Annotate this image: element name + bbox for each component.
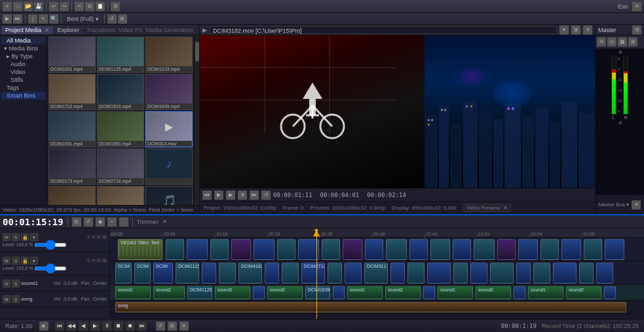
render2-icon[interactable]: ⏭ [13,14,22,24]
clip-v2-3[interactable]: DCIM [153,263,173,284]
play-program-icon[interactable]: ▶ [226,191,235,200]
tree-all-media[interactable]: All Media [1,37,45,45]
clip-v2-2[interactable]: DCIM [134,263,151,284]
preview-close-icon[interactable]: ✕ [583,26,592,35]
media-item-9[interactable]: DCIM2173.mp4 [48,149,96,185]
clip-a1-sound2[interactable]: sound2 [153,286,185,299]
tl-zoom-in-icon[interactable]: + [107,217,117,227]
clip-v2-9[interactable] [282,263,299,284]
next-frame-icon[interactable]: ⏭ [250,191,259,200]
close-preview-icon[interactable]: ✕ [503,205,508,211]
clip-v2-12[interactable] [345,263,362,284]
clip-v2-18[interactable] [470,263,487,284]
clip-v1-9[interactable] [343,239,362,260]
play-source-icon[interactable]: ▶ [214,191,223,200]
track-lock-btn-v1[interactable]: 🔒 [21,233,29,241]
clip-v1-2[interactable] [187,239,208,260]
clip-a1-sound1b[interactable]: sound1 [215,286,250,299]
clip-v1-11[interactable] [386,239,407,260]
clip-a1-5[interactable] [423,286,435,299]
clip-a1-7[interactable] [604,286,616,299]
prev-frame-icon[interactable]: ⏮ [202,191,212,200]
media-item-12[interactable]: DCIM29137.mov [48,186,96,205]
track-mute-btn-a2[interactable]: M [3,295,10,303]
video-fx-tab[interactable]: Video FX [119,27,143,33]
media-item-7[interactable]: DCIM1953.mp4 [97,111,144,147]
clip-a1-dcim1839[interactable]: DCIM1839 [305,286,330,299]
clip-a1-dcim1125[interactable]: DCIM1125 [187,286,212,299]
track-mute-btn-v1[interactable]: M [3,233,10,241]
media-item-5[interactable]: DCIM1839.mp4 [145,74,193,110]
pause-icon[interactable]: ⏸ [238,191,247,200]
track-fader-v2[interactable] [34,267,67,270]
media-item-4[interactable]: DCIM1923.mp4 [97,74,144,110]
clip-v2-10[interactable]: DCIM2712 [301,263,325,284]
scope-expand-icon[interactable]: ⊞ [628,37,637,46]
clip-v2-20[interactable] [516,263,531,284]
track-lock-btn-v2[interactable]: 🔒 [21,257,29,265]
clip-v2-5[interactable] [202,263,216,284]
status-prev-btn[interactable]: ⏮ [55,322,64,331]
clip-a1-sound1e[interactable]: sound1 [528,286,563,299]
snap-icon[interactable]: ⊞ [118,14,127,24]
clip-v2-22[interactable] [553,263,577,284]
status-icon[interactable]: ■ [39,322,48,331]
tree-smart-bins[interactable]: Smart Bins [1,92,45,100]
status-play-btn[interactable]: ▶ [90,322,100,331]
clip-v1-17[interactable] [518,239,538,260]
clip-v2-15[interactable] [407,263,425,284]
media-generators-tab[interactable]: Media Generators [146,27,193,33]
new-icon[interactable]: □ [13,2,22,11]
clip-v1-3[interactable] [210,239,229,260]
tree-by-type[interactable]: ▸ By Type [1,52,45,60]
loop-preview-icon[interactable]: ↺ [261,191,271,200]
clip-v1-12[interactable] [409,239,428,260]
clip-v1-7[interactable] [298,239,319,260]
split-icon[interactable]: | [28,14,37,24]
tree-stills[interactable]: Stills [1,76,45,84]
clip-v2-24[interactable] [596,263,613,284]
transitions-tab[interactable]: Transitions [86,27,115,33]
clip-v1-15[interactable] [474,239,495,260]
status-rewind-btn[interactable]: ◀◀ [67,322,76,331]
clip-v1-6[interactable] [277,239,295,260]
tl-marker-icon[interactable]: ◆ [96,217,105,227]
waveform-icon[interactable]: ≋ [597,37,606,46]
track-fader-v1[interactable] [34,243,67,247]
clip-v1-16[interactable] [497,239,516,260]
clip-a1-sound2b[interactable]: sound2 [267,286,303,299]
track-solo-btn-v1[interactable]: S [12,233,20,241]
clip-a1-sound1c[interactable]: sound1 [347,286,383,299]
cut-icon[interactable]: ✂ [75,2,84,11]
video-preview-label[interactable]: Video Preview ✕ [463,204,511,212]
clip-v2-11[interactable] [328,263,342,284]
status-rec-btn[interactable]: ⏺ [126,322,135,331]
media-item-13[interactable]: DCIM3182.mov [97,186,144,205]
select-icon[interactable]: ↖ [39,14,48,24]
tl-trimmer-close[interactable]: ✕ [162,219,167,225]
clip-v1-13[interactable] [430,239,450,260]
tl-zoom-out-icon[interactable]: - [119,217,128,227]
undo-icon[interactable]: ↩ [49,2,58,11]
redo-icon[interactable]: ↪ [60,2,69,11]
clip-v1-1[interactable] [166,239,184,260]
zoom-icon[interactable]: 🔍 [49,14,58,24]
clip-a1-sound2e[interactable]: sound2 [566,286,601,299]
render-icon[interactable]: ▶ [3,14,12,24]
clip-v1-14[interactable] [453,239,471,260]
clip-a1-6[interactable] [514,286,525,299]
status-stop-btn[interactable]: ⏹ [114,322,123,331]
clip-v2-14[interactable] [390,263,405,284]
menu-icon[interactable]: ≡ [3,2,12,11]
clip-v1-4[interactable] [231,239,251,260]
media-item-2[interactable]: DCIM1233.mp4 [145,37,193,73]
save-icon[interactable]: 💾 [34,2,43,11]
clip-v1-10[interactable] [365,239,383,260]
media-item-0[interactable]: DCIM1001.mp4 [48,37,96,73]
clip-a1-sound2d[interactable]: sound2 [476,286,511,299]
status-mixer-icon[interactable]: ≋ [180,322,189,331]
loop-icon[interactable]: ↺ [107,14,117,24]
copy-icon[interactable]: ⧉ [85,2,94,11]
clip-v2-1[interactable]: DCIM [115,263,132,284]
clip-v1-19[interactable] [561,239,581,260]
